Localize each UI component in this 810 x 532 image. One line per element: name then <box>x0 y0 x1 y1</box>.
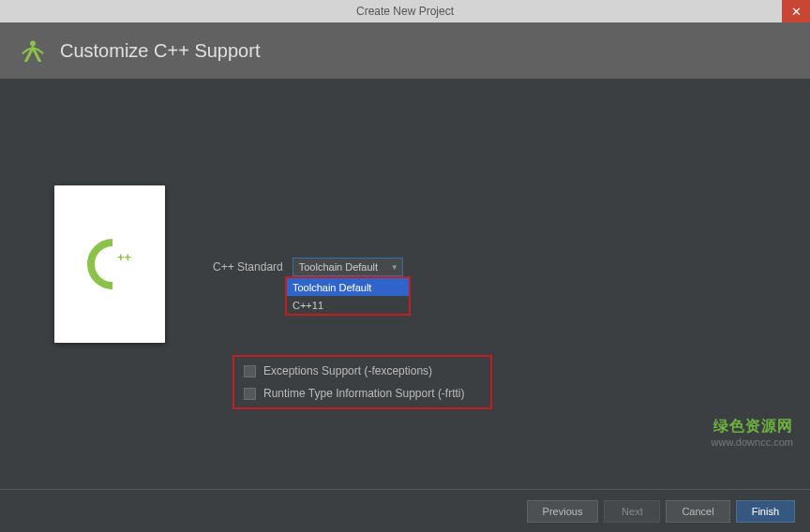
previous-button[interactable]: Previous <box>527 500 599 523</box>
header: Customize C++ Support <box>0 22 810 79</box>
content-area: ++ C++ Standard Toolchain Default ▼ Tool… <box>0 79 810 489</box>
close-icon: ✕ <box>791 5 802 19</box>
watermark-text: 绿色资源网 <box>712 417 793 436</box>
rtti-label: Runtime Type Information Support (-frtti… <box>263 387 465 400</box>
rtti-support-row[interactable]: Runtime Type Information Support (-frtti… <box>244 387 481 400</box>
preview-card: ++ <box>54 185 165 343</box>
window-title: Create New Project <box>356 5 454 18</box>
cpp-standard-label: C++ Standard <box>213 260 283 273</box>
close-button[interactable]: ✕ <box>782 0 810 22</box>
cpp-standard-dropdown[interactable]: Toolchain Default ▼ <box>292 258 403 276</box>
page-title: Customize C++ Support <box>60 40 260 62</box>
dropdown-value: Toolchain Default <box>299 261 378 273</box>
titlebar: Create New Project ✕ <box>0 0 810 22</box>
finish-button[interactable]: Finish <box>736 500 795 523</box>
dropdown-option-toolchain-default[interactable]: Toolchain Default <box>287 278 409 296</box>
exceptions-label: Exceptions Support (-fexceptions) <box>263 364 432 377</box>
checkbox-rtti[interactable] <box>244 388 256 400</box>
watermark-url: www.downcc.com <box>712 436 793 448</box>
cpp-standard-dropdown-list: Toolchain Default C++11 <box>285 276 411 316</box>
cancel-button[interactable]: Cancel <box>666 500 729 523</box>
chevron-down-icon: ▼ <box>391 263 398 272</box>
dropdown-option-cpp11[interactable]: C++11 <box>287 296 409 314</box>
android-studio-logo-icon <box>17 35 49 66</box>
checkbox-group: Exceptions Support (-fexceptions) Runtim… <box>232 355 492 409</box>
svg-text:++: ++ <box>117 250 132 264</box>
exceptions-support-row[interactable]: Exceptions Support (-fexceptions) <box>244 364 481 377</box>
next-button[interactable]: Next <box>604 500 660 523</box>
checkbox-exceptions[interactable] <box>244 365 256 377</box>
watermark: 绿色资源网 www.downcc.com <box>712 417 793 448</box>
cpp-standard-row: C++ Standard Toolchain Default ▼ <box>213 258 403 276</box>
cpp-logo-icon: ++ <box>77 231 142 297</box>
footer: Previous Next Cancel Finish <box>0 489 810 532</box>
